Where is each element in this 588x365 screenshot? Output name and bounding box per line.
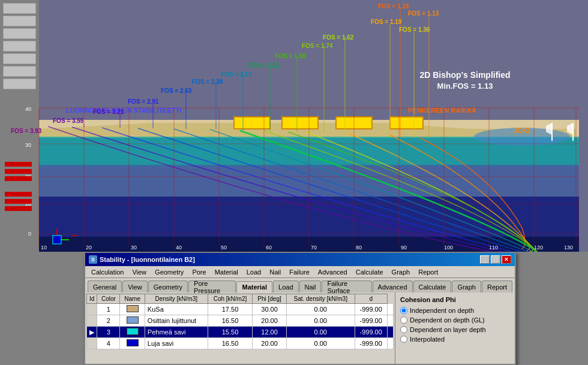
cell-name: Pehmeä savi [145, 327, 208, 338]
row-arrow [87, 315, 97, 327]
menu-advanced[interactable]: Advanced [314, 268, 351, 276]
menu-failure[interactable]: Failure [286, 268, 313, 276]
table-row[interactable]: 2Osittain lujittunut16.5020.000.00-999.0… [87, 315, 394, 327]
svg-text:Min.FOS = 1.13: Min.FOS = 1.13 [437, 82, 493, 91]
table-row[interactable]: 1KuSa17.5030.000.00-999.00 [87, 304, 394, 315]
col-d: d [355, 294, 387, 304]
tab-calculate[interactable]: Calculate [413, 280, 452, 292]
tab-failure-surface[interactable]: Failure Surface [322, 280, 371, 292]
svg-text:60: 60 [266, 245, 272, 251]
cell-name: KuSa [145, 304, 208, 315]
menu-calculate[interactable]: Calculate [352, 268, 387, 276]
svg-text:FOS = 1.62: FOS = 1.62 [323, 34, 354, 41]
tab-graph[interactable]: Graph [452, 280, 481, 292]
menu-report[interactable]: Report [415, 268, 442, 276]
svg-rect-6 [39, 197, 579, 239]
svg-rect-102 [53, 236, 61, 244]
table-row[interactable]: ▶3Pehmeä savi15.5012.000.00-999.00 [87, 327, 394, 338]
svg-rect-4 [39, 137, 579, 167]
tab-material[interactable]: Material [236, 281, 272, 293]
svg-rect-99 [3, 79, 36, 89]
svg-text:40: 40 [176, 245, 182, 251]
tab-report[interactable]: Report [482, 280, 512, 292]
radio-input-opt3[interactable] [400, 326, 407, 333]
svg-text:130: 130 [564, 245, 573, 251]
svg-rect-96 [3, 41, 36, 52]
menu-view[interactable]: View [128, 268, 150, 276]
cell-density: 15.50 [208, 327, 253, 338]
svg-marker-85 [567, 123, 573, 135]
maximize-button[interactable]: □ [491, 255, 500, 264]
tab-load[interactable]: Load [273, 280, 298, 292]
cell-phi: 0.00 [286, 304, 355, 315]
svg-text:110: 110 [489, 245, 498, 251]
tab-view[interactable]: View [122, 280, 148, 292]
tab-advanced[interactable]: Advanced [373, 280, 413, 292]
row-arrow: ▶ [87, 327, 97, 338]
color-swatch [127, 339, 139, 346]
cell-phi: 0.00 [286, 338, 355, 349]
svg-text:40: 40 [25, 106, 31, 112]
radio-option-opt3[interactable]: Dependent on layer depth [400, 326, 510, 333]
svg-rect-89 [5, 176, 32, 181]
tab-bar: General View Geometry Pore Pressure Mate… [85, 278, 515, 292]
svg-text:FOS = 2.39: FOS = 2.39 [192, 79, 223, 85]
radio-input-opt4[interactable] [400, 336, 407, 343]
color-swatch [127, 305, 139, 312]
tab-general[interactable]: General [88, 280, 122, 292]
table-row[interactable]: 4Luja savi16.5020.000.00-999.00 [87, 338, 394, 349]
close-button[interactable]: ✕ [502, 255, 511, 264]
cell-coh: 30.00 [253, 304, 286, 315]
svg-text:20: 20 [86, 245, 92, 251]
row-arrow [87, 338, 97, 349]
radio-label-opt4: Interpolated [410, 336, 445, 343]
radio-input-opt1[interactable] [400, 307, 407, 314]
cell-coh: 20.00 [253, 315, 286, 327]
panel-title: Cohesion and Phi [400, 296, 510, 303]
menu-material[interactable]: Material [211, 268, 242, 276]
svg-rect-93 [3, 3, 36, 14]
svg-rect-7 [39, 237, 579, 252]
svg-text:FOS = 3.55: FOS = 3.55 [53, 117, 84, 124]
dialog-title-text: Stability - [luonnontilainen B2] [100, 256, 195, 263]
dialog-title-icon: S [89, 255, 97, 264]
cell-id: 3 [97, 327, 120, 338]
dialog-content: Id Color Name Density [kN/m3] Coh [kN/m2… [85, 292, 515, 364]
cell-phi: 0.00 [286, 315, 355, 327]
menu-load[interactable]: Load [243, 268, 265, 276]
menu-geometry[interactable]: Geometry [151, 268, 187, 276]
minimize-button[interactable]: _ [480, 255, 490, 264]
tab-pore-pressure[interactable]: Pore Pressure [188, 280, 236, 292]
svg-text:FOS = 2.63: FOS = 2.63 [161, 88, 192, 94]
radio-option-opt2[interactable]: Dependent on depth (GL) [400, 316, 510, 324]
menu-nail[interactable]: Nail [266, 268, 284, 276]
svg-text:2D Bishop's Simplified: 2D Bishop's Simplified [419, 70, 510, 80]
menu-calculation[interactable]: Calculation [88, 268, 127, 276]
cell-d [387, 327, 394, 338]
radio-option-opt1[interactable]: Independent on depth [400, 307, 510, 314]
svg-rect-0 [0, 0, 588, 252]
stability-dialog: S Stability - [luonnontilainen B2] _ □ ✕… [84, 252, 516, 365]
menu-pore[interactable]: Pore [188, 268, 209, 276]
cell-phi: 0.00 [286, 327, 355, 338]
svg-point-8 [474, 128, 570, 146]
cell-name: Luja savi [145, 338, 208, 349]
material-table: Id Color Name Density [kN/m3] Coh [kN/m2… [86, 294, 394, 349]
cell-color [120, 304, 145, 315]
radio-label-opt3: Dependent on layer depth [410, 326, 486, 333]
radio-option-opt4[interactable]: Interpolated [400, 336, 510, 343]
cell-coh: 12.00 [253, 327, 286, 338]
tab-geometry[interactable]: Geometry [148, 280, 188, 292]
svg-text:FOS = 3.93: FOS = 3.93 [11, 128, 42, 134]
tab-nail[interactable]: Nail [299, 280, 322, 292]
svg-rect-87 [5, 162, 32, 167]
cell-density: 16.50 [208, 315, 253, 327]
svg-rect-98 [3, 66, 36, 77]
cell-sat-density: -999.00 [355, 315, 387, 327]
cell-color [120, 327, 145, 338]
col-density: Density [kN/m3] [145, 294, 208, 304]
cell-sat-density: -999.00 [355, 304, 387, 315]
radio-input-opt2[interactable] [400, 316, 407, 324]
menu-graph[interactable]: Graph [388, 268, 414, 276]
svg-text:FOS = 1.15: FOS = 1.15 [378, 3, 409, 10]
